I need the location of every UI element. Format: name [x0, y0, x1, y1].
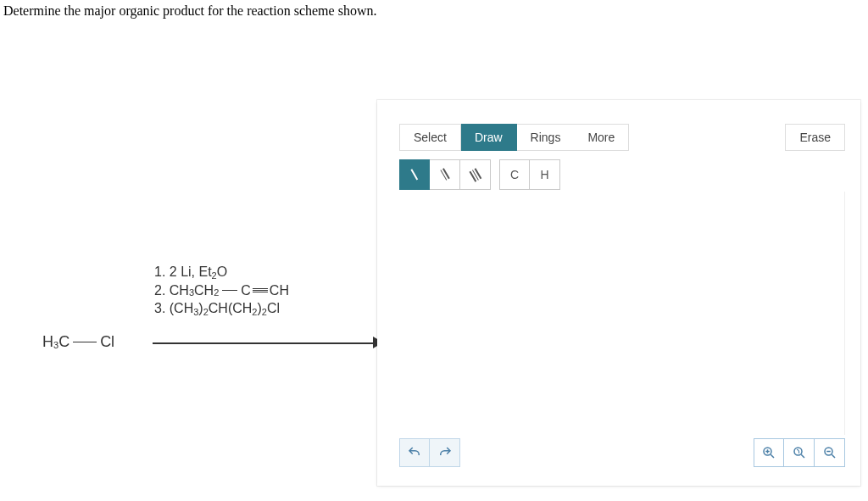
- reagent-2: 2. CH3CH2 C CH: [154, 281, 289, 300]
- reagent-2-b: CH: [194, 281, 214, 300]
- single-bond-icon: [222, 290, 237, 292]
- reagent-2-a: 2. CH: [154, 281, 189, 300]
- tab-select[interactable]: Select: [399, 124, 461, 151]
- history-controls: [399, 438, 460, 467]
- reagent-2-c: C: [241, 281, 251, 300]
- zoom-out-button[interactable]: [815, 438, 845, 467]
- structure-editor: Select Draw Rings More Erase C H: [377, 100, 860, 486]
- triple-bond-button[interactable]: [460, 159, 491, 190]
- zoom-out-icon: [822, 445, 837, 460]
- atom-c-button[interactable]: C: [499, 159, 530, 190]
- reagent-1-text: 1. 2 Li, Et: [154, 264, 212, 279]
- r3-s2: 2: [203, 307, 209, 317]
- r3-b: ): [198, 301, 203, 315]
- single-bond-icon: [411, 170, 418, 181]
- reagent-list: 1. 2 Li, Et2O 2. CH3CH2 C CH 3. (CH3)2CH…: [154, 263, 289, 318]
- r3-s3: 2: [252, 307, 257, 317]
- svg-point-1: [794, 448, 802, 455]
- substrate-h: H: [42, 333, 53, 351]
- r3-c: CH(CH: [209, 301, 253, 315]
- zoom-in-button[interactable]: [754, 438, 784, 467]
- r3-e: Cl: [267, 301, 280, 315]
- double-bond-icon: [440, 169, 449, 181]
- substrate: H3C Cl: [42, 333, 114, 351]
- substrate-c: C: [58, 333, 70, 351]
- reagent-1: 1. 2 Li, Et2O: [154, 263, 289, 281]
- zoom-reset-icon: [792, 445, 807, 460]
- reagent-2-s1: 3: [189, 287, 194, 299]
- tab-draw[interactable]: Draw: [461, 124, 517, 151]
- r3-a: 3. (CH: [154, 301, 193, 315]
- r3-s1: 3: [193, 307, 198, 317]
- atom-h-button[interactable]: H: [530, 159, 560, 190]
- tab-more[interactable]: More: [574, 124, 629, 151]
- zoom-in-icon: [761, 445, 776, 460]
- reagent-3: 3. (CH3)2CH(CH2)2Cl: [154, 299, 289, 318]
- redo-icon: [437, 445, 453, 460]
- tab-rings[interactable]: Rings: [517, 124, 575, 151]
- reagent-2-ch: CH: [270, 281, 289, 300]
- single-bond-icon: [73, 342, 97, 343]
- undo-button[interactable]: [399, 438, 430, 467]
- substrate-sub: 3: [53, 340, 58, 350]
- triple-bond-icon: [469, 168, 481, 182]
- drawing-canvas[interactable]: [399, 192, 845, 435]
- redo-button[interactable]: [430, 438, 460, 467]
- reaction-arrow: [153, 337, 381, 348]
- double-bond-button[interactable]: [430, 159, 460, 190]
- reagent-1-suffix: O: [217, 264, 227, 279]
- undo-icon: [407, 445, 422, 460]
- substrate-cl: Cl: [100, 333, 114, 351]
- editor-bond-tools: C H: [399, 159, 560, 190]
- reagent-2-s2: 2: [214, 287, 219, 299]
- reagent-1-sub: 2: [212, 270, 217, 281]
- r3-s4: 2: [262, 307, 267, 317]
- question-text: Determine the major organic product for …: [0, 0, 868, 19]
- tab-erase[interactable]: Erase: [785, 124, 845, 151]
- triple-bond-icon: [253, 288, 268, 293]
- r3-d: ): [257, 301, 261, 315]
- zoom-controls: [754, 438, 845, 467]
- editor-tabs: Select Draw Rings More Erase: [399, 124, 845, 151]
- zoom-reset-button[interactable]: [784, 438, 815, 467]
- single-bond-button[interactable]: [399, 159, 430, 190]
